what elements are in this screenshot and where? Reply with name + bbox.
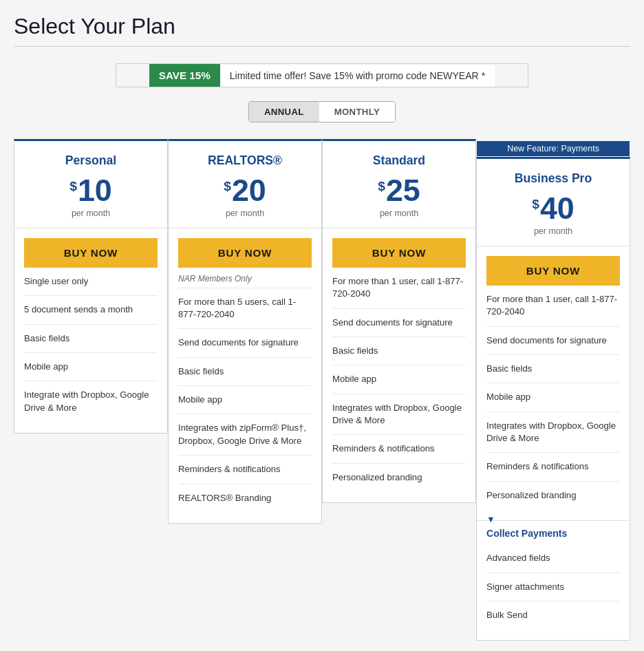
list-item: Send documents for signature	[178, 329, 312, 357]
price-period-realtors: per month	[180, 209, 310, 218]
price-dollar-standard: $	[378, 179, 385, 194]
list-item: Basic fields	[486, 355, 620, 383]
list-item: Mobile app	[332, 365, 466, 394]
plan-features-realtors: NAR Members Only For more than 5 users, …	[169, 268, 321, 523]
plan-header-personal: Personal $ 10 per month	[14, 141, 167, 228]
plan-features-business-pro: For more than 1 user, call 1-877-720-204…	[477, 286, 630, 520]
list-item: Integrates with Dropbox, Google Drive & …	[332, 394, 466, 436]
list-item: Basic fields	[332, 337, 466, 365]
list-item: Signer attachments	[486, 573, 620, 601]
promo-text: Limited time offer! Save 15% with promo …	[220, 65, 495, 87]
list-item: Reminders & notifications	[178, 456, 312, 484]
price-period-standard: per month	[334, 209, 464, 218]
price-amount-business-pro: 40	[540, 193, 575, 224]
buy-button-standard[interactable]: BUY NOW	[332, 238, 466, 268]
buy-button-business-pro[interactable]: BUY NOW	[486, 256, 620, 286]
monthly-toggle[interactable]: MONTHLY	[319, 102, 395, 122]
plan-card-personal: Personal $ 10 per month BUY NOW Single u…	[14, 139, 168, 434]
plan-name-business-pro: Business Pro	[488, 171, 619, 186]
list-item: Integrate with Dropbox, Google Drive & M…	[24, 381, 158, 422]
promo-save-label: SAVE 15%	[149, 64, 220, 87]
plan-note-realtors: NAR Members Only	[178, 268, 312, 288]
page-title: Select Your Plan	[14, 14, 630, 47]
collect-payments-header: Collect Payments	[477, 520, 630, 544]
price-dollar-business-pro: $	[532, 197, 539, 212]
price-dollar-personal: $	[69, 179, 77, 194]
plan-card-realtors: REALTORS® $ 20 per month BUY NOW NAR Mem…	[168, 139, 322, 524]
buy-button-personal[interactable]: BUY NOW	[24, 238, 158, 268]
list-item: Personalized branding	[332, 464, 466, 491]
plan-name-realtors: REALTORS®	[180, 153, 310, 168]
list-item: Integrates with Dropbox, Google Drive & …	[486, 412, 620, 453]
plan-card-business-pro: New Feature: Payments Business Pro $ 40 …	[476, 157, 630, 641]
plan-name-personal: Personal	[25, 153, 156, 168]
list-item: Advanced fields	[486, 544, 620, 573]
list-item: Basic fields	[24, 325, 158, 353]
new-feature-badge: New Feature: Payments	[477, 141, 630, 156]
list-item: Integrates with zipForm® Plus†, Dropbox,…	[178, 414, 312, 456]
price-amount-personal: 10	[78, 175, 112, 206]
plan-price-realtors: $ 20	[180, 175, 310, 206]
plan-wrapper-realtors: REALTORS® $ 20 per month BUY NOW NAR Mem…	[168, 139, 322, 524]
plan-price-business-pro: $ 40	[488, 193, 619, 224]
list-item: Basic fields	[178, 358, 312, 386]
price-period-personal: per month	[25, 209, 156, 218]
plan-wrapper-standard: Standard $ 25 per month BUY NOW For more…	[322, 139, 476, 503]
promo-banner: SAVE 15% Limited time offer! Save 15% wi…	[116, 63, 528, 87]
list-item: Mobile app	[486, 383, 620, 412]
list-item: Personalized branding	[486, 482, 620, 509]
billing-toggle: ANNUAL MONTHLY	[14, 101, 630, 122]
price-amount-standard: 25	[386, 175, 420, 206]
list-item: Mobile app	[178, 386, 312, 414]
list-item: Reminders & notifications	[486, 453, 620, 481]
list-item: Reminders & notifications	[332, 435, 466, 463]
annual-toggle[interactable]: ANNUAL	[249, 102, 319, 122]
price-amount-realtors: 20	[232, 175, 266, 206]
plan-header-standard: Standard $ 25 per month	[323, 141, 475, 228]
list-item: For more than 1 user, call 1-877-720-204…	[332, 268, 466, 309]
plan-price-standard: $ 25	[334, 175, 464, 206]
plan-price-personal: $ 10	[25, 175, 156, 206]
list-item: Send documents for signature	[486, 327, 620, 355]
list-item: Mobile app	[24, 353, 158, 381]
price-dollar-realtors: $	[224, 179, 231, 194]
plan-header-business-pro: Business Pro $ 40 per month	[477, 159, 630, 246]
list-item: Send documents for signature	[332, 309, 466, 337]
plan-features-standard: For more than 1 user, call 1-877-720-204…	[323, 268, 475, 502]
plan-extra-features-business-pro: Advanced fields Signer attachments Bulk …	[477, 544, 630, 640]
plan-name-standard: Standard	[334, 153, 464, 168]
plan-header-realtors: REALTORS® $ 20 per month	[169, 141, 321, 228]
plan-wrapper-personal: Personal $ 10 per month BUY NOW Single u…	[14, 139, 168, 434]
list-item: 5 document sends a month	[24, 296, 158, 324]
list-item: For more than 1 user, call 1-877-720-204…	[486, 286, 620, 327]
list-item: REALTORS® Branding	[178, 484, 312, 512]
list-item: Bulk Send	[486, 601, 620, 629]
plan-wrapper-business-pro: New Feature: Payments Business Pro $ 40 …	[476, 139, 630, 641]
buy-button-realtors[interactable]: BUY NOW	[178, 238, 312, 268]
price-period-business-pro: per month	[488, 226, 619, 236]
plan-features-personal: Single user only 5 document sends a mont…	[14, 268, 167, 433]
list-item: For more than 5 users, call 1-877-720-20…	[178, 288, 312, 330]
list-item: Single user only	[24, 268, 158, 296]
plans-container: Personal $ 10 per month BUY NOW Single u…	[14, 139, 630, 641]
plan-card-standard: Standard $ 25 per month BUY NOW For more…	[322, 139, 476, 503]
